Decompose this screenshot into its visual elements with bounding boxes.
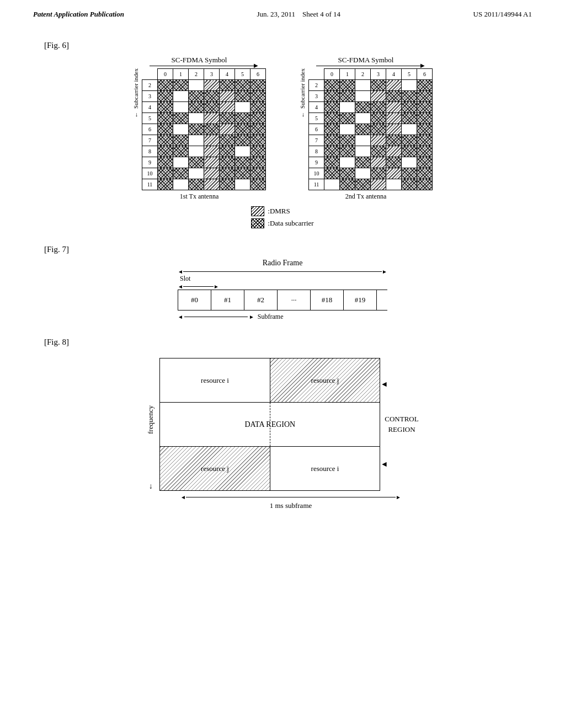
- grid-cell: [235, 102, 250, 113]
- grid-cell: [189, 113, 204, 124]
- fig8-y-axis: frequency ↓: [146, 358, 155, 491]
- fig6-y-arrow1: ↓: [135, 111, 138, 117]
- frame-arrow-line: [183, 271, 382, 272]
- grid-cell: [250, 168, 266, 179]
- grid-cell: [235, 179, 250, 190]
- fig8-arrow-top-right: ◄: [380, 380, 388, 389]
- header-right: US 2011/149944 A1: [473, 10, 532, 19]
- grid-cell: [235, 135, 250, 146]
- subframe-area: ◄ ► Subframe: [178, 313, 387, 321]
- grid-cell: [204, 146, 220, 157]
- grid-cell: [158, 80, 173, 91]
- fig6-col2: 2: [189, 69, 204, 80]
- fig7-label: [Fig. 7]: [44, 245, 521, 254]
- fig6-col0: 0: [158, 69, 173, 80]
- fig7-container: Radio Frame ◄ ► Slot ◄ ►: [44, 259, 521, 321]
- grid-cell: [158, 168, 173, 179]
- grid-cell: [189, 157, 204, 168]
- row-header: 6: [142, 124, 158, 135]
- row-header: 2: [142, 80, 158, 91]
- grid-cell: [189, 168, 204, 179]
- grid-cell: [250, 124, 266, 135]
- fig8-y-label: frequency: [146, 358, 155, 481]
- frame-cell-2: #2: [244, 290, 278, 310]
- table-row: 5: [142, 113, 266, 124]
- grid-cell: [220, 168, 235, 179]
- frame-cell-19: #19: [344, 290, 377, 310]
- grid-cell: [173, 179, 189, 190]
- grid-cell: [173, 124, 189, 135]
- grid-cell: [204, 124, 220, 135]
- subframe-label: Subframe: [258, 313, 284, 321]
- subframe-brace: ◄ ► Subframe: [178, 313, 283, 321]
- table-row: 5: [309, 113, 433, 124]
- grid-cell: [235, 113, 250, 124]
- fig7-arrow-row: ◄ ►: [178, 269, 387, 275]
- grid-cell: [235, 157, 250, 168]
- grid-cell: [189, 102, 204, 113]
- fig8-row-middle: DATA REGION: [160, 403, 380, 447]
- table-row: 8: [309, 146, 433, 157]
- grid-cell: [158, 135, 173, 146]
- grid-cell: [158, 146, 173, 157]
- table-row: 3: [142, 91, 266, 102]
- fig6-grid1: SC-FDMA Symbol Subcarrier index ↓: [132, 56, 266, 201]
- table-row: 6: [142, 124, 266, 135]
- grid-cell: [235, 80, 250, 91]
- grid-cell: [204, 135, 220, 146]
- fig8-row-bottom: resource j resource i: [160, 447, 380, 491]
- fig8-bottom-label: 1 ms subframe: [270, 501, 312, 510]
- fig8-center: DATA REGION: [160, 403, 380, 447]
- fig6-col3: 3: [204, 69, 220, 80]
- table-row: 6: [309, 124, 433, 135]
- fig8-control-region: CONTROLREGION: [385, 358, 418, 491]
- grid-cell: [250, 179, 266, 190]
- legend-data: :Data subcarrier: [251, 218, 313, 228]
- table-row: 9: [309, 157, 433, 168]
- arrow-right: ►: [382, 269, 387, 275]
- fig8-top-left: resource i: [160, 358, 270, 403]
- grid-cell: [220, 113, 235, 124]
- fig6-legend: :DMRS :Data subcarrier: [251, 206, 313, 228]
- table-row: 3: [309, 91, 433, 102]
- grid-cell: [220, 91, 235, 102]
- fig6-y-label1: Subcarrier index: [132, 68, 139, 109]
- grid-cell: [204, 91, 220, 102]
- grid-cell: [220, 80, 235, 91]
- fig8-body: frequency ↓ resource i resource j: [146, 358, 418, 491]
- grid-cell: [158, 102, 173, 113]
- grid-cell: [189, 179, 204, 190]
- row-header: 4: [142, 102, 158, 113]
- fig8-label: [Fig. 8]: [44, 338, 521, 347]
- grid-cell: [220, 102, 235, 113]
- grid-cell: [158, 124, 173, 135]
- radio-frame-title: Radio Frame: [263, 259, 303, 267]
- grid-cell: [204, 168, 220, 179]
- table-row: 2: [309, 80, 433, 91]
- fig6-col5: 5: [235, 69, 250, 80]
- fig6-title2: SC-FDMA Symbol: [299, 56, 433, 65]
- table-row: 11: [309, 179, 433, 190]
- grid-cell: [220, 146, 235, 157]
- table-row: 4: [142, 102, 266, 113]
- fig6-grid-wrapper1: Subcarrier index ↓ 0 1 2 3 4: [132, 68, 266, 190]
- fig6-grid-wrapper2: Subcarrier index ↓ 0 1 2 3 4 5: [299, 68, 433, 190]
- row-header: 9: [142, 157, 158, 168]
- row-header: 8: [142, 146, 158, 157]
- table-row: 11: [142, 179, 266, 190]
- legend-data-box: [251, 218, 264, 228]
- fig8-bottom-arrow: ◄ ►: [180, 494, 401, 500]
- fig8-arrow-bottom-left: ◄: [380, 460, 388, 469]
- grid-cell: [173, 91, 189, 102]
- row-header: 3: [142, 91, 158, 102]
- frame-cell-dots: ···: [278, 290, 311, 310]
- legend-dmrs-box: [251, 206, 264, 216]
- fig6-table2: 0 1 2 3 4 5 6 2: [308, 68, 433, 190]
- slot-brace-line: ◄ ►: [178, 283, 219, 290]
- legend-dmrs: :DMRS: [251, 206, 290, 216]
- fig6-corner2: [309, 69, 324, 80]
- arrow-left: ◄: [178, 269, 183, 275]
- table-row: 7: [309, 135, 433, 146]
- control-region-label: CONTROLREGION: [385, 414, 418, 434]
- fig8-down-arrow: ↓: [149, 482, 153, 491]
